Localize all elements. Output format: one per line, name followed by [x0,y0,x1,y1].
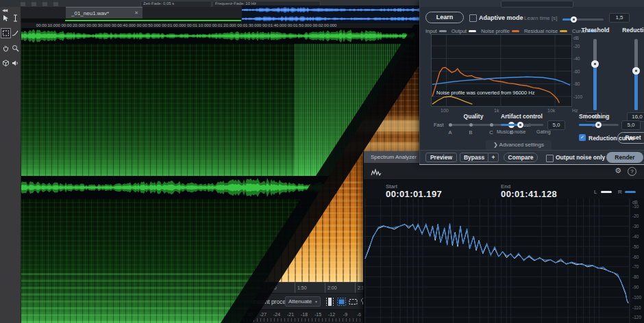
svg-text:-40: -40 [573,56,580,61]
reset-button[interactable]: Reset [617,132,644,144]
threshold-slider-fill [593,64,597,110]
time-frequency-selection-icon[interactable] [336,296,346,307]
svg-text:-120: -120 [632,315,641,320]
right-channel-label[interactable]: R [618,189,622,195]
tab-close-icon[interactable]: ✕ [134,10,138,16]
legend-item: Output [451,28,477,34]
legend-item: Noise profile [481,28,519,34]
denoise-footer: Preview Bypass + Compare Output noise on… [420,150,644,164]
settings-gear-icon[interactable]: ⚙ [615,166,621,175]
svg-text:dB: dB [573,36,579,40]
ruler-label: 00:00:40.000 [111,23,136,28]
toolbar-icon[interactable] [21,2,25,6]
legend-item-label: Noise profile [481,28,510,34]
legend-item: Residual noise [524,28,567,34]
ruler-label: 00:01:10.000 [186,23,212,28]
marquee-select-tool[interactable] [1,29,10,38]
ibeam-tool[interactable] [11,14,20,23]
marquee-selection-icon[interactable] [348,296,358,307]
overview-waveform-strip[interactable] [241,5,420,23]
pointer-tool[interactable] [1,14,10,23]
svg-text:-70: -70 [632,264,639,269]
artifact-control-label: Artifact control [501,113,543,120]
process-mode-dropdown[interactable]: Attenuate ▾ [285,296,321,307]
reduction-slider-fill [634,70,638,110]
help-icon[interactable]: ? [628,167,636,176]
output-noise-only-checkbox[interactable] [546,155,554,162]
speaker-icon[interactable] [11,59,20,68]
toolbar-icon[interactable] [32,2,36,6]
adaptive-mode-label: Adaptive mode [479,14,523,21]
advanced-settings-toggle[interactable]: ❯ Advanced settings [486,140,552,150]
legend-item-label: Residual noise [524,28,558,34]
tab-audio-file[interactable]: _01_neu1.wav* ✕ [66,7,143,18]
reduction-knob[interactable] [632,67,640,75]
toolbar-icon[interactable] [42,2,47,6]
x-label-100: 100 [441,108,449,113]
pen-tool[interactable] [11,29,20,38]
end-value: 00:01:41.128 [501,189,557,199]
smoothing-knob[interactable] [595,122,602,128]
x-label-hz: Hz [572,108,578,113]
artifact-knob[interactable] [517,122,523,128]
quality-step[interactable]: A [440,129,460,135]
quality-dot-b [469,123,473,127]
svg-text:-110: -110 [632,305,641,310]
gating-label: Gating [536,129,551,134]
threshold-label: Threshold [576,27,615,34]
learn-time-knob[interactable] [571,16,577,23]
svg-text:-100: -100 [573,94,582,99]
ruler-label: 00:01:20.000 [212,23,237,28]
ruler-label: 00:00:10.000 [36,23,61,28]
bypass-button[interactable]: Bypass [460,153,488,162]
svg-text:-40: -40 [632,234,639,239]
time-selection-icon[interactable] [325,296,334,307]
left-channel-swatch [601,191,612,193]
quality-step[interactable]: B [460,129,481,135]
render-button[interactable]: Render [606,152,643,163]
chevron-down-icon: ▾ [315,299,317,304]
x-label-10k: 10k [547,108,555,113]
tool-palette: ◀◀ [0,7,21,323]
ruler-label: 00:01:40.000 [262,23,287,28]
svg-text:-50: -50 [632,244,639,249]
add-preview-button[interactable]: + [488,153,499,162]
adaptive-mode-checkbox[interactable] [469,14,477,22]
svg-text:-60: -60 [573,69,580,74]
3d-view-tool[interactable] [1,59,10,68]
threshold-knob[interactable] [591,60,599,68]
ruler-label: 00:01:30.000 [237,23,262,28]
denoise-titlebar[interactable] [420,0,644,7]
quality-dot-c [490,123,493,127]
timeline-ruler[interactable]: 00:00:10.00000:00:20.00000:00:30.00000:0… [21,23,419,28]
left-channel-label[interactable]: L [594,189,597,195]
timeline2-label: 2:00 [325,283,355,293]
output-noise-only-label: Output noise only [556,154,605,161]
collapse-icon[interactable]: ◀◀ [2,8,7,12]
learn-time-value[interactable]: 1,5 [609,13,630,23]
reduction-curve-checkbox[interactable]: ✓ [579,134,586,141]
start-value: 00:01:01.197 [386,189,442,199]
compare-button[interactable]: Compare [504,153,538,162]
preview-button[interactable]: Preview [425,153,457,162]
right-channel-swatch [625,191,636,193]
artifact-value[interactable]: 5,0 [547,120,565,130]
ruler-label: 00:01:00.000 [161,23,186,28]
svg-text:-20: -20 [632,214,639,218]
quality-label: Quality [453,113,494,120]
hand-tool[interactable] [1,44,10,53]
zoom-tool[interactable] [11,44,20,53]
toolbar-icon[interactable] [53,2,58,6]
spectrum-icon [371,167,382,179]
learn-time-label: Learn time [s] [524,15,557,21]
legend-item-swatch [469,30,476,32]
preset-dropdown[interactable] [501,1,573,8]
musical-noise-label: Musical noise [497,129,525,134]
ruler-label: 00:00:20.000 [61,23,86,28]
screen: Zeit-Fade: 0,05 s Frequenz-Fade: 10 Hz _… [0,0,644,323]
timeline2-label: 1:50 [295,283,325,293]
waveform-ch1[interactable] [21,28,419,44]
smoothing-value[interactable]: 5,0 [621,120,641,130]
learn-button[interactable]: Learn [425,12,464,23]
curve-legend: InputOutputNoise profileResidual noiseCu… [425,27,595,34]
